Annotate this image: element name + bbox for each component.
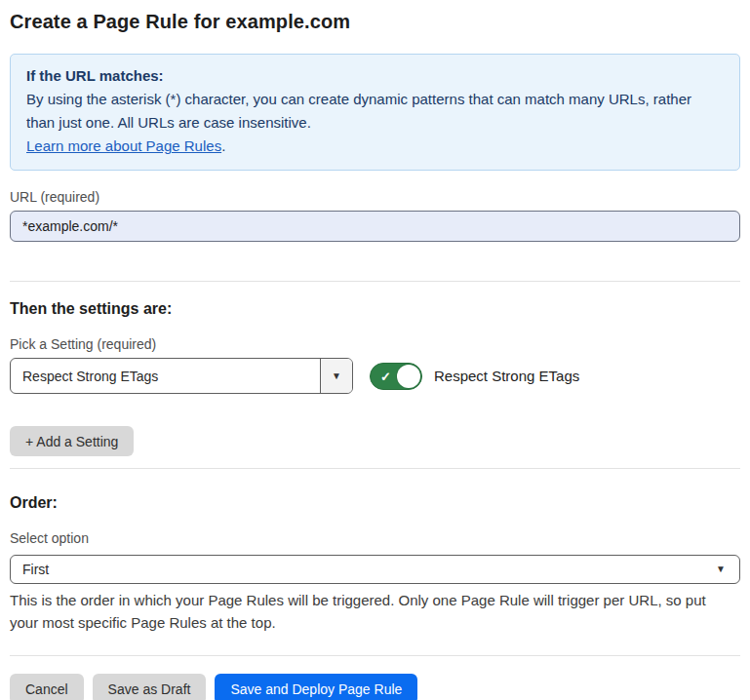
- setting-toggle-group: ✓ Respect Strong ETags: [370, 363, 579, 390]
- learn-more-link[interactable]: Learn more about Page Rules: [26, 137, 221, 154]
- url-input[interactable]: [10, 211, 740, 242]
- section-divider: [10, 281, 740, 282]
- info-body: By using the asterisk (*) character, you…: [26, 88, 724, 135]
- url-match-info-callout: If the URL matches: By using the asteris…: [10, 54, 740, 171]
- order-select-label: Select option: [10, 530, 740, 546]
- setting-select-value: Respect Strong ETags: [11, 359, 320, 393]
- footer-divider: [10, 655, 740, 656]
- order-select[interactable]: First ▼: [10, 555, 740, 584]
- add-setting-button[interactable]: + Add a Setting: [10, 426, 134, 456]
- check-icon: ✓: [380, 369, 391, 383]
- url-field-label: URL (required): [10, 189, 740, 205]
- chevron-down-icon: ▼: [716, 564, 726, 574]
- link-suffix: .: [221, 137, 225, 154]
- info-heading: If the URL matches:: [26, 64, 724, 88]
- setting-select[interactable]: Respect Strong ETags ▼: [10, 358, 353, 394]
- page-rule-form: Create a Page Rule for example.com If th…: [0, 11, 750, 700]
- toggle-knob: [397, 365, 420, 388]
- order-section-heading: Order:: [10, 494, 740, 512]
- setting-picker-label: Pick a Setting (required): [10, 336, 740, 352]
- setting-select-arrow-box[interactable]: ▼: [320, 359, 352, 393]
- save-deploy-button[interactable]: Save and Deploy Page Rule: [215, 674, 417, 700]
- save-draft-button[interactable]: Save as Draft: [93, 674, 207, 700]
- footer-actions: Cancel Save as Draft Save and Deploy Pag…: [10, 674, 740, 700]
- settings-section-heading: Then the settings are:: [10, 300, 740, 318]
- page-title: Create a Page Rule for example.com: [10, 11, 740, 33]
- setting-toggle[interactable]: ✓: [370, 363, 422, 390]
- order-help-text: This is the order in which your Page Rul…: [10, 589, 736, 634]
- setting-picker-row: Respect Strong ETags ▼ ✓ Respect Strong …: [10, 358, 740, 394]
- section-divider: [10, 468, 740, 469]
- chevron-down-icon: ▼: [332, 371, 341, 381]
- order-select-value: First: [22, 562, 49, 577]
- info-link-line: Learn more about Page Rules.: [26, 135, 724, 158]
- cancel-button[interactable]: Cancel: [10, 674, 84, 700]
- setting-toggle-label: Respect Strong ETags: [434, 368, 579, 384]
